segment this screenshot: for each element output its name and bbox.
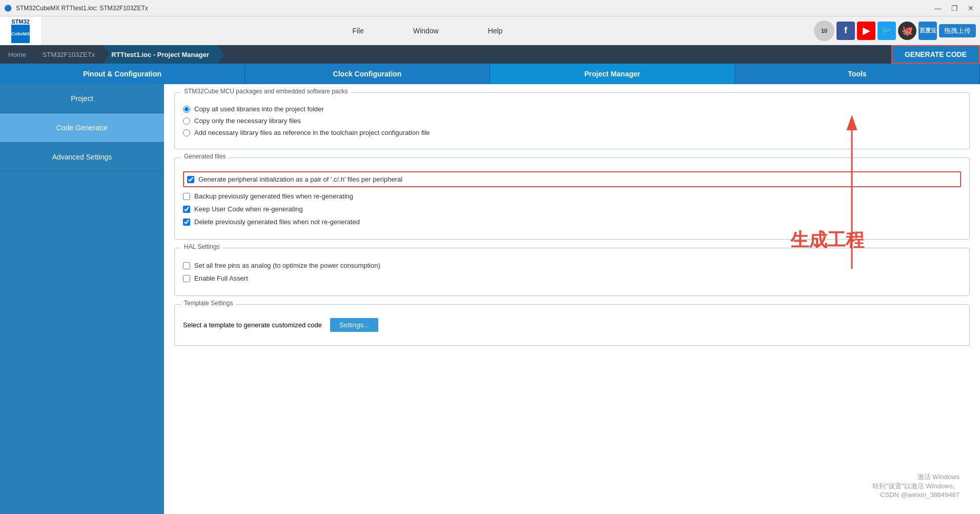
annotation-arrow [775,89,929,294]
tab-clock[interactable]: Clock Configuration [245,64,490,84]
checkbox-keep-user-code[interactable] [183,206,190,213]
radio-copy-necessary[interactable] [183,117,190,125]
checkbox-backup[interactable] [183,193,190,200]
version-badge: 10 [814,21,834,41]
breadcrumb-nav: Home STM32F103ZETx RTTtest1.ioc - Projec… [0,45,980,64]
sidebar: Project Code Generator Advanced Settings [0,84,164,514]
win-activation-line2: 转到"设置"以激活 Windows。 [872,482,959,491]
template-settings-section: Template Settings Select a template to g… [174,304,970,346]
title-bar: 🔵 STM32CubeMX RTTtest1.ioc: STM32F103ZET… [0,0,980,16]
main-panel: STM32Cube MCU packages and embedded soft… [164,84,980,514]
facebook-icon[interactable]: f [836,22,855,40]
minimize-button[interactable]: — [933,3,943,13]
main-tabs: Pinout & Configuration Clock Configurati… [0,64,980,84]
tab-pinout[interactable]: Pinout & Configuration [0,64,245,84]
title-bar-left: 🔵 STM32CubeMX RTTtest1.ioc: STM32F103ZET… [4,5,148,12]
annotation-container: 生成工程 [775,89,929,296]
logo-cube: CubeMX [11,25,30,43]
radio-copy-all-label: Copy all used libraries into the project… [194,105,324,113]
checkbox-analog-pins-label: Set all free pins as analog (to optimize… [194,262,380,269]
template-settings-title: Template Settings [181,300,236,307]
title-bar-controls: — ❐ ✕ [933,3,976,13]
generated-files-title: Generated files [181,153,229,160]
github-icon[interactable]: 🐙 [898,22,916,40]
app-icon: 🔵 [4,5,12,12]
menu-bar: STM32 CubeMX File Window Help 10 f ▶ 🐦 🐙… [0,16,980,45]
logo-cube-text: CubeMX [11,31,30,36]
mcu-packages-title: STM32Cube MCU packages and embedded soft… [181,88,351,95]
window-menu[interactable]: Window [409,25,443,37]
template-row: Select a template to generate customized… [183,318,961,332]
windows-activation: 激活 Windows 转到"设置"以激活 Windows。 CSDN @weix… [872,472,959,499]
checkbox-peripheral-init[interactable] [187,176,194,183]
sidebar-item-project[interactable]: Project [0,84,164,113]
radio-add-reference[interactable] [183,129,190,136]
file-menu[interactable]: File [348,25,368,37]
breadcrumb-mcu[interactable]: STM32F103ZETx [34,45,104,64]
menu-items: File Window Help [41,16,814,45]
help-menu[interactable]: Help [484,25,507,37]
checkbox-delete-prev-label: Delete previously generated files when n… [194,218,360,226]
menu-right: 10 f ▶ 🐦 🐙 百度云 拖拽上传 [814,21,980,41]
breadcrumb-home[interactable]: Home [0,45,34,64]
logo-top-text: STM32 [11,18,29,25]
restore-button[interactable]: ❐ [949,3,959,13]
checkbox-analog-pins[interactable] [183,262,190,269]
checkbox-peripheral-init-label: Generate peripheral initialization as a … [198,175,402,183]
generate-code-button[interactable]: GENERATE CODE [891,45,980,64]
sidebar-item-code-generator[interactable]: Code Generator [0,113,164,143]
close-button[interactable]: ✕ [966,3,976,13]
radio-copy-necessary-label: Copy only the necessary library files [194,117,301,125]
checkbox-backup-label: Backup previously generated files when r… [194,192,353,200]
app-logo: STM32 CubeMX [0,16,41,45]
radio-add-reference-label: Add necessary library files as reference… [194,129,430,136]
win-activation-line3: CSDN @weixin_38849487 [872,491,959,499]
tab-project-manager[interactable]: Project Manager [490,64,735,84]
hal-settings-title: HAL Settings [181,243,223,250]
twitter-icon[interactable]: 🐦 [877,22,896,40]
template-select-label: Select a template to generate customized… [183,321,322,329]
checkbox-keep-user-code-label: Keep User Code when re-generating [194,205,303,213]
window-title: STM32CubeMX RTTtest1.ioc: STM32F103ZETx [16,5,148,12]
sidebar-item-advanced-settings[interactable]: Advanced Settings [0,143,164,172]
content-area: Project Code Generator Advanced Settings… [0,84,980,514]
checkbox-full-assert-label: Enable Full Assert [194,274,248,282]
win-activation-line1: 激活 Windows [872,472,959,482]
tab-tools[interactable]: Tools [735,64,980,84]
settings-button[interactable]: Settings... [330,318,378,332]
radio-copy-all[interactable] [183,106,190,113]
breadcrumb-project[interactable]: RTTtest1.ioc - Project Manager [103,45,217,64]
youtube-icon[interactable]: ▶ [857,22,875,40]
chinese-annotation: 生成工程 [790,228,864,253]
upload-button[interactable]: 拖拽上传 [939,24,976,37]
baiduyun-icon[interactable]: 百度云 [918,22,937,40]
checkbox-delete-prev[interactable] [183,219,190,226]
checkbox-full-assert[interactable] [183,275,190,282]
